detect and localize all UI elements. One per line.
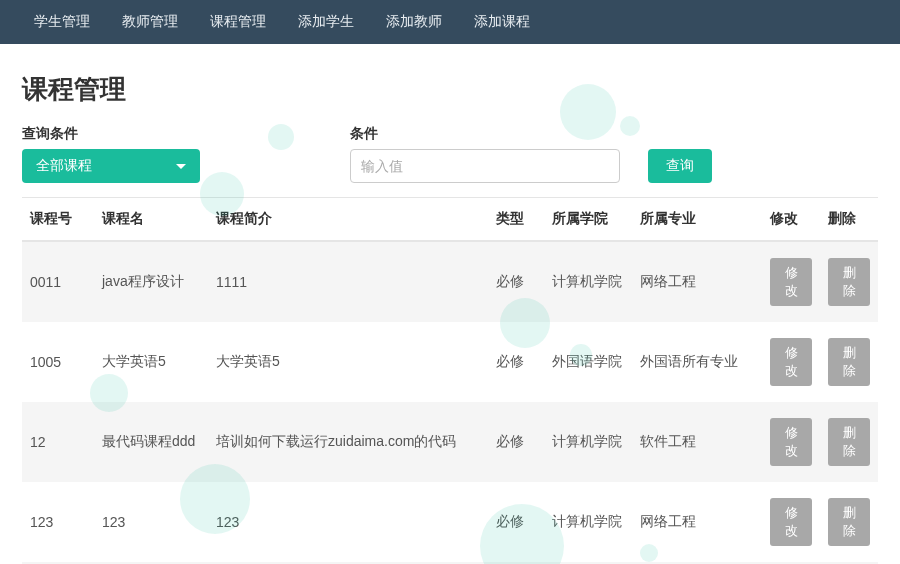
search-button[interactable]: 查询 (648, 149, 712, 183)
cell-major: 网络工程 (632, 482, 762, 562)
cell-course-id: 12 (22, 402, 94, 482)
nav-item-add-student[interactable]: 添加学生 (282, 0, 370, 44)
cell-course-desc: 1111 (208, 241, 488, 322)
cell-course-type: 必修 (488, 482, 544, 562)
cell-major: 网络工程 (632, 241, 762, 322)
table-row: 0011java程序设计1111必修计算机学院网络工程修改删除 (22, 241, 878, 322)
edit-button[interactable]: 修改 (770, 418, 812, 466)
nav-item-course-mgmt[interactable]: 课程管理 (194, 0, 282, 44)
page-title: 课程管理 (22, 72, 878, 107)
delete-button[interactable]: 删除 (828, 498, 870, 546)
cell-course-name: 大学英语5 (94, 322, 208, 402)
cell-course-type: 必修 (488, 241, 544, 322)
cell-college: 计算机学院 (544, 482, 632, 562)
th-delete: 删除 (820, 198, 878, 241)
nav-item-teacher-mgmt[interactable]: 教师管理 (106, 0, 194, 44)
filter-value-input[interactable] (350, 149, 620, 183)
cell-major: 外国语所有专业 (632, 322, 762, 402)
th-course-type: 类型 (488, 198, 544, 241)
nav-item-add-teacher[interactable]: 添加教师 (370, 0, 458, 44)
cell-course-desc: 123 (208, 482, 488, 562)
cell-college: 计算机学院 (544, 402, 632, 482)
cell-course-desc: 培训如何下载运行zuidaima.com的代码 (208, 402, 488, 482)
cell-course-name: 最代码课程ddd (94, 402, 208, 482)
cell-college: 外国语学院 (544, 322, 632, 402)
cell-course-name: java程序设计 (94, 241, 208, 322)
cell-course-id: 1005 (22, 322, 94, 402)
th-college: 所属学院 (544, 198, 632, 241)
table-row: 1005大学英语5大学英语5必修外国语学院外国语所有专业修改删除 (22, 322, 878, 402)
delete-button[interactable]: 删除 (828, 258, 870, 306)
edit-button[interactable]: 修改 (770, 338, 812, 386)
cell-college: 计算机学院 (544, 241, 632, 322)
th-major: 所属专业 (632, 198, 762, 241)
chevron-down-icon (176, 164, 186, 169)
cell-course-id: 123 (22, 482, 94, 562)
cell-course-type: 必修 (488, 402, 544, 482)
filter-dropdown[interactable]: 全部课程 (22, 149, 200, 183)
filter-label-condition: 条件 (350, 125, 648, 143)
delete-button[interactable]: 删除 (828, 418, 870, 466)
delete-button[interactable]: 删除 (828, 338, 870, 386)
th-course-id: 课程号 (22, 198, 94, 241)
course-table: 课程号 课程名 课程简介 类型 所属学院 所属专业 修改 删除 0011java… (22, 198, 878, 564)
th-course-name: 课程名 (94, 198, 208, 241)
cell-course-type: 必修 (488, 322, 544, 402)
edit-button[interactable]: 修改 (770, 498, 812, 546)
filter-label-query: 查询条件 (22, 125, 350, 143)
edit-button[interactable]: 修改 (770, 258, 812, 306)
dropdown-selected-text: 全部课程 (36, 157, 92, 175)
cell-course-desc: 大学英语5 (208, 322, 488, 402)
filter-row: 查询条件 全部课程 条件 查询 (22, 125, 878, 183)
cell-course-name: 123 (94, 482, 208, 562)
top-navbar: 学生管理 教师管理 课程管理 添加学生 添加教师 添加课程 (0, 0, 900, 44)
th-edit: 修改 (762, 198, 820, 241)
th-course-desc: 课程简介 (208, 198, 488, 241)
cell-major: 软件工程 (632, 402, 762, 482)
nav-item-student-mgmt[interactable]: 学生管理 (18, 0, 106, 44)
cell-course-id: 0011 (22, 241, 94, 322)
table-row: 12最代码课程ddd培训如何下载运行zuidaima.com的代码必修计算机学院… (22, 402, 878, 482)
table-row: 123123123必修计算机学院网络工程修改删除 (22, 482, 878, 562)
nav-item-add-course[interactable]: 添加课程 (458, 0, 546, 44)
